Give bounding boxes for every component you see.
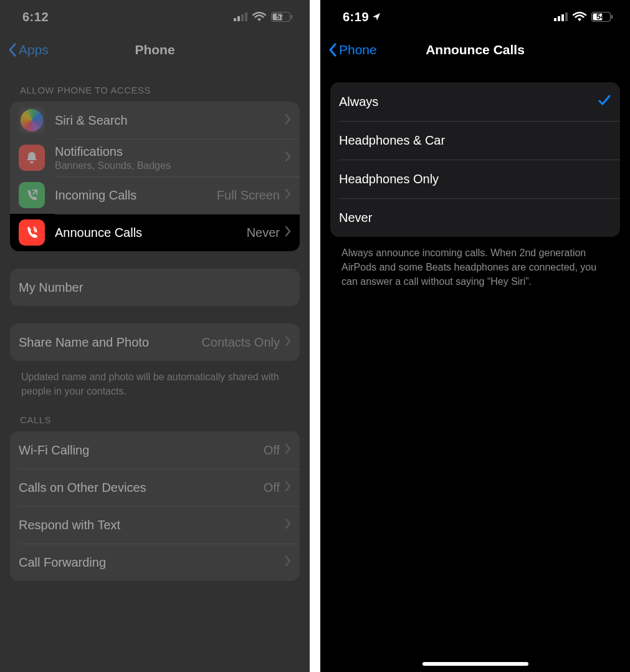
row-respond-with-text[interactable]: Respond with Text (10, 506, 300, 544)
status-bar: 6:12 57 (0, 0, 310, 34)
row-wifi-calling[interactable]: Wi-Fi Calling Off (10, 431, 300, 469)
group-calls: Wi-Fi Calling Off Calls on Other Devices… (10, 431, 300, 581)
location-icon (371, 12, 381, 22)
group-access: Siri & Search Notifications Banners, Sou… (10, 102, 300, 251)
section-header-access: ALLOW PHONE TO ACCESS (10, 66, 300, 102)
chevron-left-icon (7, 42, 17, 57)
row-sublabel: Banners, Sounds, Badges (55, 160, 285, 171)
screenshot-divider (310, 0, 320, 672)
phone-announce-icon (19, 219, 45, 246)
nav-bar: Apps Phone (0, 34, 310, 66)
back-label: Phone (339, 42, 377, 57)
row-label: Incoming Calls (55, 188, 217, 203)
battery-indicator: 54 (591, 12, 613, 22)
section-header-calls: CALLS (10, 401, 300, 431)
group-announce-options: Always Headphones & Car Headphones Only … (330, 82, 620, 237)
group-share-name: Share Name and Photo Contacts Only (10, 324, 300, 361)
chevron-right-icon (285, 188, 291, 202)
battery-indicator: 57 (271, 12, 292, 22)
svg-rect-13 (611, 15, 613, 19)
row-call-forwarding[interactable]: Call Forwarding (10, 544, 300, 581)
row-value: Contacts Only (201, 335, 280, 350)
svg-rect-0 (234, 18, 236, 21)
option-label: Always (339, 95, 598, 109)
svg-rect-1 (237, 16, 240, 21)
chevron-right-icon (285, 481, 291, 494)
svg-rect-3 (245, 12, 247, 21)
row-siri-search[interactable]: Siri & Search (10, 102, 300, 139)
back-button-phone[interactable]: Phone (328, 42, 377, 57)
cellular-icon (554, 12, 568, 21)
row-label: My Number (19, 281, 291, 295)
option-headphones-car[interactable]: Headphones & Car (330, 121, 620, 160)
row-value: Off (264, 443, 280, 458)
svg-rect-6 (291, 15, 292, 19)
row-value: Never (247, 226, 280, 240)
back-button-apps[interactable]: Apps (7, 42, 49, 57)
option-always[interactable]: Always (330, 82, 620, 121)
row-calls-other-devices[interactable]: Calls on Other Devices Off (10, 469, 300, 506)
option-never[interactable]: Never (330, 198, 620, 237)
status-bar: 6:19 54 (320, 0, 630, 34)
row-label: Siri & Search (55, 113, 285, 128)
row-label: Call Forwarding (19, 555, 285, 570)
row-my-number[interactable]: My Number (10, 269, 300, 306)
row-notifications[interactable]: Notifications Banners, Sounds, Badges (10, 139, 300, 176)
siri-icon (19, 107, 45, 133)
row-label: Calls on Other Devices (19, 481, 264, 495)
chevron-right-icon (285, 151, 291, 165)
svg-rect-2 (241, 14, 244, 21)
wifi-icon (252, 12, 266, 22)
option-label: Headphones Only (339, 172, 611, 186)
row-label: Share Name and Photo (19, 335, 201, 350)
row-share-name-photo[interactable]: Share Name and Photo Contacts Only (10, 324, 300, 361)
option-headphones-only[interactable]: Headphones Only (330, 160, 620, 198)
chevron-right-icon (285, 443, 291, 457)
chevron-right-icon (285, 226, 291, 239)
screen-phone-settings: 6:12 57 Apps Phone ALLO (0, 0, 310, 672)
back-label: Apps (19, 42, 49, 57)
chevron-left-icon (328, 42, 338, 57)
screen-announce-calls: 6:19 54 Phone (320, 0, 630, 672)
option-label: Headphones & Car (339, 133, 611, 148)
share-footer: Updated name and photo will be automatic… (10, 361, 300, 401)
svg-rect-10 (565, 12, 568, 21)
chevron-right-icon (285, 518, 291, 532)
row-label: Respond with Text (19, 518, 285, 532)
option-label: Never (339, 211, 611, 225)
chevron-right-icon (285, 113, 291, 127)
wifi-icon (573, 12, 586, 22)
chevron-right-icon (285, 555, 291, 569)
row-value: Full Screen (217, 188, 280, 203)
bell-icon (19, 145, 45, 171)
status-time: 6:19 (343, 10, 369, 24)
row-announce-calls[interactable]: Announce Calls Never (10, 214, 300, 251)
home-indicator[interactable] (422, 662, 528, 666)
nav-bar: Phone Announce Calls (320, 34, 630, 66)
svg-rect-9 (561, 14, 564, 21)
phone-incoming-icon (19, 182, 45, 208)
row-label: Wi-Fi Calling (19, 443, 264, 458)
row-value: Off (264, 481, 280, 495)
row-incoming-calls[interactable]: Incoming Calls Full Screen (10, 176, 300, 214)
row-label: Notifications (55, 145, 285, 159)
row-label: Announce Calls (55, 226, 247, 240)
cellular-icon (234, 12, 247, 21)
status-time: 6:12 (22, 10, 49, 24)
svg-rect-7 (554, 18, 556, 21)
announce-footer: Always announce incoming calls. When 2nd… (330, 237, 620, 292)
svg-rect-8 (558, 16, 560, 21)
checkmark-icon (598, 94, 611, 109)
chevron-right-icon (285, 335, 291, 349)
group-my-number: My Number (10, 269, 300, 306)
